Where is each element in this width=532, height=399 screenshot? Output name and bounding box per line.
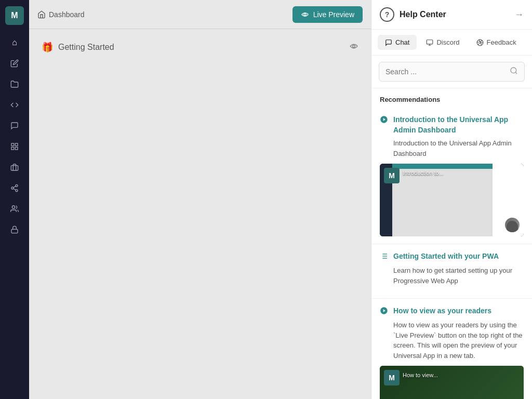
feedback-icon (476, 39, 484, 46)
video-thumbnail-intro[interactable]: M Introduction to... ⋮ ▶ (380, 164, 524, 236)
article-desc-pwa: Learn how to get started setting up your… (380, 265, 524, 286)
video-avatar (505, 218, 520, 232)
live-preview-label: Live Preview (313, 10, 354, 19)
dashboard-label: Dashboard (49, 10, 85, 19)
sidebar: M ⌂ (0, 0, 29, 399)
help-tabs: Chat Discord Feedback (371, 30, 532, 56)
article-title-row-pwa: Getting Started with your PWA (380, 251, 524, 262)
sidebar-item-folder[interactable] (5, 75, 24, 94)
svg-rect-2 (15, 147, 18, 150)
search-icon (510, 66, 518, 77)
svg-rect-1 (15, 143, 18, 146)
svg-point-6 (11, 187, 14, 189)
svg-line-8 (14, 189, 16, 190)
help-title: Help Center (400, 10, 509, 19)
sidebar-item-home[interactable]: ⌂ (5, 33, 24, 52)
tab-chat[interactable]: Chat (378, 35, 417, 50)
sidebar-item-briefcase[interactable] (5, 158, 24, 177)
app-logo[interactable]: M (5, 6, 24, 25)
list-icon (380, 252, 388, 262)
discord-icon (426, 39, 433, 46)
dashboard-nav[interactable]: Dashboard (37, 10, 85, 19)
home-icon (37, 10, 46, 19)
article-title-readers[interactable]: How to view as your readers (393, 306, 491, 316)
svg-point-16 (511, 68, 516, 73)
article-title-intro[interactable]: Introduction to the Universal App Admin … (393, 115, 524, 135)
eye-icon (301, 10, 309, 19)
tab-feedback[interactable]: Feedback (469, 35, 524, 50)
svg-point-5 (16, 184, 18, 187)
article-item-intro: Introduction to the Universal App Admin … (371, 108, 532, 244)
article-title-row-readers: How to view as your readers (380, 306, 524, 317)
svg-point-10 (12, 206, 15, 208)
article-title-pwa[interactable]: Getting Started with your PWA (393, 251, 499, 262)
help-search-container (371, 56, 532, 88)
getting-started-section: 🎁 Getting Started (42, 42, 358, 53)
gift-icon: 🎁 (42, 42, 53, 53)
svg-rect-0 (11, 143, 14, 146)
tab-chat-label: Chat (395, 38, 409, 46)
video-intro-label: Introduction to... (403, 170, 444, 176)
play-circle-icon-readers (380, 307, 388, 315)
recommendations-section: Recommendations (371, 88, 532, 108)
video-logo-readers: M (384, 370, 400, 385)
svg-point-13 (353, 45, 355, 48)
mini-app-bg (380, 164, 524, 236)
tab-feedback-label: Feedback (487, 38, 516, 46)
sidebar-item-share[interactable] (5, 179, 24, 197)
video-icon-readers (380, 307, 388, 317)
help-icon: ? (380, 7, 394, 22)
video-icon (380, 115, 388, 126)
close-panel-button[interactable]: → (514, 9, 524, 20)
sidebar-item-edit[interactable] (5, 54, 24, 73)
svg-rect-4 (11, 166, 18, 170)
help-header: ? Help Center → (371, 0, 532, 30)
chat-icon (385, 39, 392, 46)
article-title-row: Introduction to the Universal App Admin … (380, 115, 524, 135)
tab-discord[interactable]: Discord (419, 35, 467, 50)
video-thumbnail-readers[interactable]: M How to view... ▶ (380, 366, 524, 399)
sidebar-item-chat[interactable] (5, 116, 24, 135)
main-content: 🎁 Getting Started (29, 29, 371, 399)
article-item-readers: How to view as your readers How to view … (371, 299, 532, 399)
sidebar-item-code[interactable] (5, 96, 24, 114)
main-area: Dashboard Live Preview 🎁 Getting Started (29, 0, 371, 399)
svg-rect-3 (11, 147, 14, 150)
visibility-icon[interactable] (349, 42, 358, 53)
sidebar-item-security[interactable] (5, 220, 24, 239)
svg-line-17 (515, 72, 517, 74)
topbar: Dashboard Live Preview (29, 0, 371, 29)
svg-line-9 (14, 186, 16, 188)
live-preview-button[interactable]: Live Preview (292, 6, 363, 23)
help-panel: ? Help Center → Chat Discord Feedback Re… (371, 0, 532, 399)
search-box (379, 62, 525, 82)
svg-point-12 (304, 14, 306, 16)
article-item-pwa: Getting Started with your PWA Learn how … (371, 244, 532, 299)
svg-point-7 (16, 190, 18, 192)
tab-discord-label: Discord (436, 38, 459, 46)
search-input[interactable] (385, 68, 506, 76)
play-circle-icon (380, 115, 388, 124)
video-bg-readers (380, 366, 524, 399)
svg-rect-14 (427, 39, 433, 44)
video-readers-label: How to view... (403, 372, 438, 378)
sidebar-item-layout[interactable] (5, 137, 24, 156)
svg-rect-11 (11, 229, 18, 233)
recommendations-title: Recommendations (380, 96, 524, 103)
article-desc-intro: Introduction to the Universal App Admin … (380, 138, 524, 158)
article-desc-readers: How to view as your readers by using the… (380, 320, 524, 361)
sidebar-item-users[interactable] (5, 200, 24, 218)
video-options-icon: ⋮ (511, 170, 520, 180)
getting-started-label: Getting Started (58, 43, 114, 52)
video-logo: M (384, 168, 400, 183)
list-article-icon (380, 252, 388, 260)
